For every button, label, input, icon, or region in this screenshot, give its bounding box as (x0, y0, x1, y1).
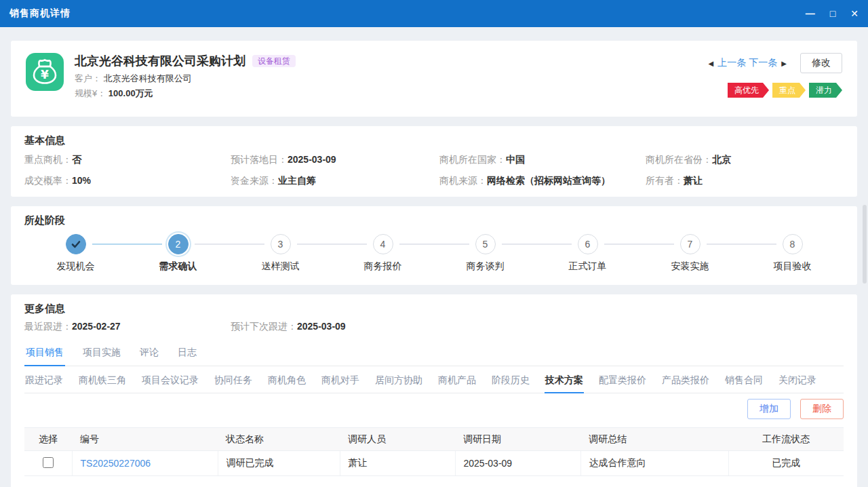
record-navigation: ◀ 上一条 下一条 ▶ 修改 (706, 53, 842, 73)
secondary-tabs: 跟进记录 商机铁三角 项目会议记录 协同任务 商机角色 商机对手 居间方协助 商… (24, 370, 844, 393)
technical-plan-table: 选择 编号 状态名称 调研人员 调研日期 调研总结 工作流状态 TS202502… (24, 427, 844, 476)
svg-text:¥: ¥ (41, 68, 49, 81)
stage-step-2: 2 需求确认 (127, 234, 229, 273)
step-label: 商务报价 (364, 260, 402, 273)
tab-technical-plan[interactable]: 技术方案 (545, 370, 584, 393)
maximize-icon[interactable]: □ (830, 9, 835, 18)
step-circle-current[interactable]: 2 (168, 234, 189, 254)
step-connector (92, 244, 162, 245)
col-research-summary: 调研总结 (580, 428, 728, 451)
table-header-row: 选择 编号 状态名称 调研人员 调研日期 调研总结 工作流状态 (24, 428, 844, 451)
window-title: 销售商机详情 (9, 7, 71, 20)
scale-value: 100.00万元 (108, 88, 153, 98)
tab-sales-contract[interactable]: 销售合同 (724, 370, 764, 393)
step-connector (604, 244, 674, 245)
row-status-cell: 调研已完成 (218, 451, 340, 476)
tab-project-implementation[interactable]: 项目实施 (81, 343, 122, 366)
step-label: 项目验收 (774, 260, 812, 273)
prev-arrow-icon: ◀ (709, 60, 714, 67)
stage-step-4: 4 商务报价 (332, 234, 434, 273)
tab-competitors[interactable]: 商机对手 (321, 370, 360, 393)
step-circle[interactable]: 7 (680, 234, 701, 254)
tab-products[interactable]: 商机产品 (437, 370, 477, 393)
next-arrow-icon: ▶ (781, 60, 787, 67)
row-number-cell: TS20250227006 (72, 451, 218, 476)
table-actions: 增加 删除 (24, 399, 844, 419)
step-circle[interactable]: 3 (271, 234, 291, 254)
step-connector (297, 244, 367, 245)
stage-stepper: 发现机会 2 需求确认 3 送样测试 4 商务报价 5 商务谈判 (24, 234, 844, 273)
header-actions: ◀ 上一条 下一条 ▶ 修改 高优先 重点 潜力 (706, 53, 842, 104)
field-expected-date: 预计落地日：2025-03-09 (231, 154, 439, 166)
follow-up-row: 最近跟进：2025-02-27 预计下次跟进：2025-03-09 (24, 321, 844, 333)
field-province: 商机所在省份：北京 (646, 154, 844, 166)
stage-step-8: 8 项目验收 (741, 234, 844, 273)
add-button[interactable]: 增加 (747, 399, 791, 419)
delete-button[interactable]: 删除 (800, 399, 844, 419)
tab-intermediary[interactable]: 居间方协助 (374, 370, 423, 393)
edit-button[interactable]: 修改 (800, 53, 842, 73)
scale-label: 规模¥： (75, 88, 106, 98)
col-research-date: 调研日期 (455, 428, 580, 451)
col-number: 编号 (72, 428, 218, 451)
tab-close-records[interactable]: 关闭记录 (778, 370, 817, 393)
primary-tabs: 项目销售 项目实施 评论 日志 (24, 343, 844, 366)
stage-title: 所处阶段 (24, 214, 844, 227)
more-info-card: 更多信息 最近跟进：2025-02-27 预计下次跟进：2025-03-09 项… (11, 294, 857, 487)
field-country: 商机所在国家：中国 (439, 154, 646, 166)
tab-product-quotes[interactable]: 产品类报价 (661, 370, 710, 393)
check-icon (71, 239, 81, 250)
basic-info-title: 基本信息 (24, 134, 844, 147)
tab-meeting-records[interactable]: 项目会议记录 (141, 370, 199, 393)
step-label: 商务谈判 (467, 260, 505, 273)
step-connector (195, 244, 264, 245)
field-next-follow-up: 预计下次跟进：2025-03-09 (231, 321, 346, 333)
customer-value: 北京光谷科技有限公司 (104, 73, 192, 83)
field-opportunity-source: 商机来源：网络检索（招标网站查询等） (439, 175, 646, 187)
col-status-name: 状态名称 (218, 428, 340, 451)
field-last-follow-up: 最近跟进：2025-02-27 (24, 321, 231, 333)
step-circle[interactable]: 4 (373, 234, 393, 254)
page-content: ¥ 北京光谷科技有限公司采购计划 设备租赁 客户： 北京光谷科技有限公司 规模¥… (0, 27, 868, 487)
field-key-opportunity: 重点商机：否 (24, 154, 231, 166)
tab-config-quotes[interactable]: 配置类报价 (598, 370, 647, 393)
step-circle[interactable]: 5 (475, 234, 496, 254)
step-circle-done[interactable] (66, 234, 86, 254)
step-circle[interactable]: 6 (578, 234, 598, 254)
scrollbar-thumb[interactable] (863, 205, 867, 284)
basic-info-grid: 重点商机：否 预计落地日：2025-03-09 商机所在国家：中国 商机所在省份… (24, 154, 844, 187)
col-researcher: 调研人员 (340, 428, 455, 451)
stage-step-5: 5 商务谈判 (434, 234, 536, 273)
tab-project-sales[interactable]: 项目销售 (24, 343, 65, 366)
step-label: 需求确认 (159, 260, 197, 273)
record-number-link[interactable]: TS20250227006 (81, 458, 151, 469)
close-icon[interactable]: ✕ (850, 9, 859, 18)
priority-badge-high: 高优先 (728, 83, 769, 98)
category-tag: 设备租赁 (252, 55, 296, 67)
tab-follow-records[interactable]: 跟进记录 (24, 370, 64, 393)
priority-badge-key: 重点 (772, 83, 806, 98)
step-label: 发现机会 (57, 260, 95, 273)
col-select: 选择 (24, 428, 72, 451)
opportunity-info: 北京光谷科技有限公司采购计划 设备租赁 客户： 北京光谷科技有限公司 规模¥： … (75, 53, 296, 104)
window-titlebar: 销售商机详情 — □ ✕ (0, 0, 868, 27)
row-date-cell: 2025-03-09 (455, 451, 580, 476)
more-info-title: 更多信息 (24, 303, 844, 315)
customer-line: 客户： 北京光谷科技有限公司 (75, 73, 296, 85)
tab-comments[interactable]: 评论 (138, 343, 160, 366)
money-bag-icon: ¥ (26, 53, 64, 91)
stage-step-7: 7 安装实施 (639, 234, 741, 273)
row-checkbox[interactable] (43, 457, 54, 468)
tab-logs[interactable]: 日志 (176, 343, 198, 366)
tab-stage-history[interactable]: 阶段历史 (491, 370, 530, 393)
tab-iron-triangle[interactable]: 商机铁三角 (78, 370, 127, 393)
minimize-icon[interactable]: — (806, 9, 815, 18)
window-controls: — □ ✕ (806, 9, 859, 18)
priority-badges: 高优先 重点 潜力 (724, 83, 842, 98)
next-record-link[interactable]: 下一条 (749, 57, 777, 69)
tab-collab-tasks[interactable]: 协同任务 (214, 370, 253, 393)
opportunity-summary: ¥ 北京光谷科技有限公司采购计划 设备租赁 客户： 北京光谷科技有限公司 规模¥… (26, 53, 296, 104)
step-circle[interactable]: 8 (783, 234, 803, 254)
tab-opportunity-roles[interactable]: 商机角色 (267, 370, 307, 393)
prev-record-link[interactable]: 上一条 (717, 57, 746, 69)
